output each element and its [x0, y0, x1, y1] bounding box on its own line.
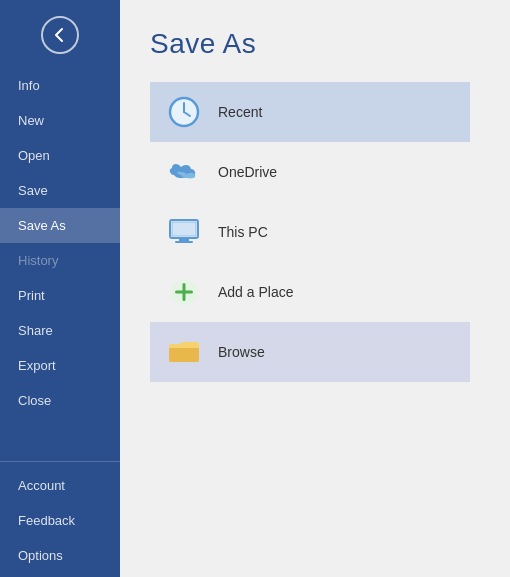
browse-folder-icon [167, 338, 201, 366]
thispc-icon-container [166, 214, 202, 250]
svg-rect-5 [179, 238, 189, 241]
save-location-list: Recent OneDrive [150, 82, 470, 382]
back-circle-icon [41, 16, 79, 54]
sidebar-item-feedback[interactable]: Feedback [0, 503, 120, 538]
back-button[interactable] [0, 0, 120, 68]
addplace-icon-container [166, 274, 202, 310]
sidebar-nav: Info New Open Save Save As History Print… [0, 68, 120, 455]
sidebar-item-account[interactable]: Account [0, 468, 120, 503]
thispc-icon [167, 217, 201, 247]
sidebar-divider [0, 461, 120, 462]
svg-rect-10 [175, 291, 193, 294]
onedrive-icon-container [166, 154, 202, 190]
sidebar-item-history: History [0, 243, 120, 278]
sidebar-item-export[interactable]: Export [0, 348, 120, 383]
page-title: Save As [150, 28, 480, 60]
addplace-icon [169, 277, 199, 307]
svg-rect-4 [172, 222, 196, 236]
main-content: Save As Recent OneDrive [120, 0, 510, 577]
sidebar-item-save[interactable]: Save [0, 173, 120, 208]
sidebar-item-open[interactable]: Open [0, 138, 120, 173]
browse-icon-container [166, 334, 202, 370]
save-location-onedrive[interactable]: OneDrive [150, 142, 470, 202]
recent-label: Recent [218, 104, 262, 120]
save-location-recent[interactable]: Recent [150, 82, 470, 142]
save-location-addplace[interactable]: Add a Place [150, 262, 470, 322]
sidebar-item-share[interactable]: Share [0, 313, 120, 348]
svg-rect-6 [175, 241, 193, 243]
onedrive-icon [166, 160, 202, 184]
sidebar-item-print[interactable]: Print [0, 278, 120, 313]
onedrive-label: OneDrive [218, 164, 277, 180]
save-location-thispc[interactable]: This PC [150, 202, 470, 262]
sidebar-item-new[interactable]: New [0, 103, 120, 138]
recent-icon-container [166, 94, 202, 130]
addplace-label: Add a Place [218, 284, 294, 300]
recent-clock-icon [168, 96, 200, 128]
sidebar-item-save-as[interactable]: Save As [0, 208, 120, 243]
thispc-label: This PC [218, 224, 268, 240]
sidebar-item-close[interactable]: Close [0, 383, 120, 418]
sidebar-bottom: Account Feedback Options [0, 455, 120, 577]
save-location-browse[interactable]: Browse [150, 322, 470, 382]
sidebar: Info New Open Save Save As History Print… [0, 0, 120, 577]
sidebar-item-info[interactable]: Info [0, 68, 120, 103]
sidebar-item-options[interactable]: Options [0, 538, 120, 573]
browse-label: Browse [218, 344, 265, 360]
